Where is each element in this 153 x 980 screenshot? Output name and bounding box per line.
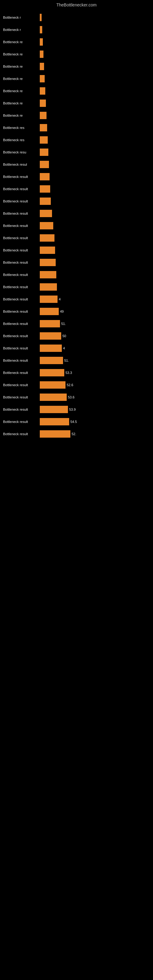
bar-label: Bottleneck re bbox=[3, 89, 40, 93]
bar-container bbox=[40, 222, 150, 229]
bar-row: Bottleneck resu bbox=[3, 146, 150, 158]
bar-label: Bottleneck re bbox=[3, 114, 40, 117]
bar-container: 49 bbox=[40, 308, 150, 315]
bar bbox=[40, 148, 48, 156]
bar bbox=[40, 345, 62, 352]
bar-container bbox=[40, 210, 150, 217]
bar-label: Bottleneck re bbox=[3, 52, 40, 56]
bar-value: 53.9 bbox=[68, 407, 76, 411]
bar-container bbox=[40, 161, 150, 168]
bar-label: Bottleneck result bbox=[3, 212, 40, 215]
bar-row: Bottleneck result51. bbox=[3, 355, 150, 366]
bar-row: Bottleneck result bbox=[3, 281, 150, 293]
bar-label: Bottleneck r bbox=[3, 16, 40, 19]
bar bbox=[40, 393, 67, 401]
bar-row: Bottleneck result54.5 bbox=[3, 416, 150, 428]
bar-container: 52.6 bbox=[40, 381, 150, 389]
bar bbox=[40, 75, 45, 83]
bar-label: Bottleneck result bbox=[3, 334, 40, 338]
bar bbox=[40, 197, 51, 205]
bar-label: Bottleneck result bbox=[3, 175, 40, 178]
bar bbox=[40, 308, 59, 315]
bar-row: Bottleneck resul bbox=[3, 159, 150, 170]
bar-row: Bottleneck re bbox=[3, 73, 150, 84]
bar bbox=[40, 51, 43, 58]
bar-container bbox=[40, 197, 150, 205]
bar-container bbox=[40, 87, 150, 95]
bar bbox=[40, 296, 57, 303]
bar-container bbox=[40, 100, 150, 107]
bar-container: 53.3 bbox=[40, 369, 150, 376]
bar-label: Bottleneck result bbox=[3, 298, 40, 301]
bar bbox=[40, 63, 44, 70]
bar-label: Bottleneck re bbox=[3, 65, 40, 68]
bar-label: Bottleneck result bbox=[3, 359, 40, 362]
bar-row: Bottleneck re bbox=[3, 97, 150, 109]
bar bbox=[40, 185, 50, 192]
bar bbox=[40, 271, 56, 278]
bar-label: Bottleneck result bbox=[3, 199, 40, 203]
bar-label: Bottleneck result bbox=[3, 248, 40, 252]
bar-row: Bottleneck result bbox=[3, 220, 150, 232]
bar-row: Bottleneck res bbox=[3, 122, 150, 134]
bar-label: Bottleneck result bbox=[3, 420, 40, 423]
bar-value: 52.6 bbox=[65, 383, 73, 387]
bar-label: Bottleneck result bbox=[3, 224, 40, 228]
bar-container: 4 bbox=[40, 345, 150, 352]
bar-row: Bottleneck result bbox=[3, 183, 150, 195]
bar-container bbox=[40, 63, 150, 70]
bar-row: Bottleneck re bbox=[3, 110, 150, 121]
bar-container: 50 bbox=[40, 332, 150, 340]
bar-container bbox=[40, 14, 150, 21]
bar-container bbox=[40, 234, 150, 242]
bar-container: 54.5 bbox=[40, 418, 150, 425]
bar-container: 53.9 bbox=[40, 406, 150, 413]
bar-label: Bottleneck result bbox=[3, 322, 40, 326]
bar-row: Bottleneck result bbox=[3, 196, 150, 207]
bar-row: Bottleneck result53.3 bbox=[3, 367, 150, 379]
bar-label: Bottleneck result bbox=[3, 273, 40, 277]
bar bbox=[40, 112, 46, 119]
bar-row: Bottleneck result50 bbox=[3, 330, 150, 342]
bar-label: Bottleneck resul bbox=[3, 162, 40, 166]
bar bbox=[40, 369, 64, 376]
bar-row: Bottleneck result bbox=[3, 257, 150, 268]
bar-value: 4 bbox=[57, 298, 61, 301]
bar bbox=[40, 38, 43, 46]
bar-label: Bottleneck resu bbox=[3, 150, 40, 154]
bar bbox=[40, 161, 49, 168]
bar-value: 51. bbox=[60, 322, 66, 326]
bar bbox=[40, 136, 48, 144]
site-title: TheBottlenecker.com bbox=[0, 0, 153, 9]
bar bbox=[40, 320, 60, 328]
bar bbox=[40, 259, 56, 266]
bar-label: Bottleneck re bbox=[3, 40, 40, 44]
bar-row: Bottleneck result53.6 bbox=[3, 391, 150, 403]
bar-container bbox=[40, 26, 150, 33]
bar-label: Bottleneck re bbox=[3, 77, 40, 81]
bar-row: Bottleneck result4 bbox=[3, 293, 150, 305]
bar-row: Bottleneck re bbox=[3, 36, 150, 48]
bar bbox=[40, 381, 65, 389]
bar-row: Bottleneck result bbox=[3, 244, 150, 256]
bar bbox=[40, 100, 46, 107]
header-text: TheBottlenecker.com bbox=[56, 2, 97, 7]
bar-row: Bottleneck result bbox=[3, 269, 150, 280]
bar-label: Bottleneck re bbox=[3, 101, 40, 105]
bar-container bbox=[40, 259, 150, 266]
bar-row: Bottleneck result53.9 bbox=[3, 404, 150, 415]
bar-label: Bottleneck result bbox=[3, 187, 40, 191]
bar-value: 51. bbox=[63, 359, 69, 362]
bar-container: 4 bbox=[40, 296, 150, 303]
bar-container: 52. bbox=[40, 430, 150, 438]
bar-value: 53.6 bbox=[67, 395, 74, 399]
bar-row: Bottleneck result52.6 bbox=[3, 379, 150, 391]
bar-container: 53.6 bbox=[40, 393, 150, 401]
bar-container bbox=[40, 75, 150, 83]
bar-value: 50 bbox=[61, 334, 66, 338]
bar-label: Bottleneck result bbox=[3, 346, 40, 350]
bar-row: Bottleneck re bbox=[3, 85, 150, 97]
bar bbox=[40, 234, 54, 242]
bar-row: Bottleneck r bbox=[3, 12, 150, 23]
bar-row: Bottleneck result bbox=[3, 171, 150, 183]
